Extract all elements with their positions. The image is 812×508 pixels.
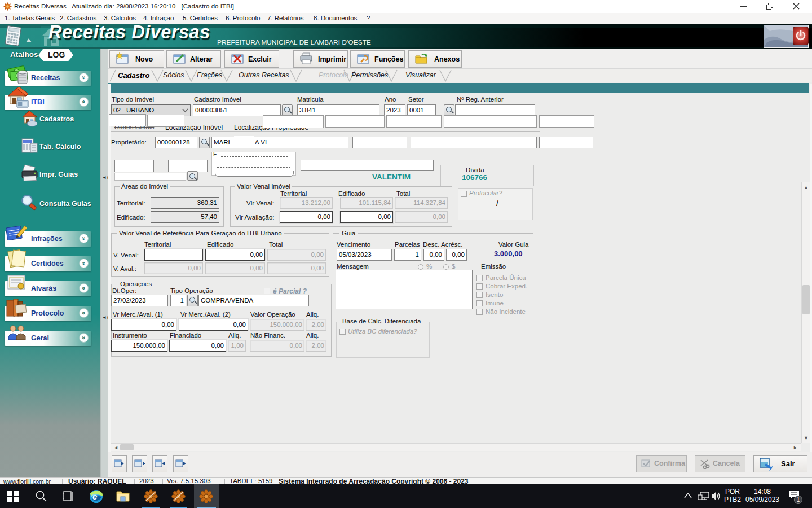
svg-text:e: e [92,492,97,501]
